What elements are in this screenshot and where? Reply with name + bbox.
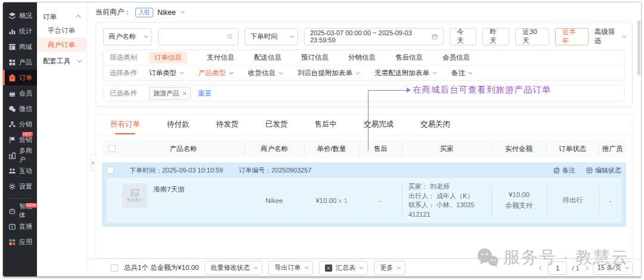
panel-collapse-handle[interactable] (90, 154, 96, 172)
order-status-tabs: 所有订单 待付款 待发货 已发货 售后中 交易完成 交易关闭 (96, 115, 632, 135)
sidebar-divider (8, 198, 32, 199)
sidebar-item-products[interactable]: 产品 (3, 54, 37, 70)
submenu-item-platform-orders[interactable]: 平台订单 (37, 23, 86, 38)
submenu-group-orders[interactable]: 订单 (37, 10, 86, 23)
quick-filter-yesterday[interactable]: 昨天 (482, 28, 509, 45)
cell-aftersale: - (359, 182, 402, 219)
tab-label: 已发货 (265, 119, 288, 130)
remark-action[interactable]: 备注 (553, 166, 575, 175)
next-page-icon[interactable] (583, 265, 588, 270)
tab-pending-payment[interactable]: 待付款 (167, 115, 190, 134)
order-time-select[interactable]: 下单时间 (244, 28, 298, 45)
wechat-icon (8, 105, 16, 113)
footer-select-all-checkbox[interactable] (111, 264, 118, 272)
price: ¥10.00 (315, 197, 336, 204)
sidebar-item-overview[interactable]: 概况 (3, 8, 37, 23)
submenu-item-label: 商户订单 (48, 41, 75, 50)
sidebar-item-member[interactable]: 会员 (3, 85, 37, 101)
sidebar-item-multi-merchant[interactable]: 多商户 (3, 147, 37, 163)
condition-nodelivery-form[interactable]: 无需配送附加表单 (374, 69, 435, 78)
date-range-picker[interactable]: 2025-03-07 00:00:00 ~ 2025-09-03 23:59:5… (304, 28, 444, 45)
sidebar-item-distribution[interactable]: 分销 (3, 116, 37, 132)
date-range-value: 2025-03-07 00:00:00 ~ 2025-09-03 23:59:5… (310, 29, 428, 44)
category-delivery-info[interactable]: 配送信息 (254, 53, 281, 62)
reset-link[interactable]: 重置 (198, 89, 212, 98)
tab-shipped[interactable]: 已发货 (265, 115, 288, 134)
chevron-down-icon (622, 33, 626, 38)
merchant-search-input[interactable] (158, 28, 239, 45)
sidebar-item-live[interactable]: 直播 (3, 219, 37, 234)
export-orders-button[interactable]: 导出订单 (268, 261, 313, 275)
sidebar-label: 统计 (19, 27, 32, 36)
sidebar-item-mall[interactable]: 商城 (3, 39, 37, 54)
condition-pickup-form[interactable]: 到店自提附加表单 (298, 69, 358, 78)
merchant-name-select[interactable]: 商户名称 (103, 28, 152, 45)
button-label: 批量修改状态 (210, 263, 250, 272)
multi-merchant-icon (8, 152, 16, 159)
sidebar-item-interaction[interactable]: 互动 (3, 163, 37, 179)
chevron-down-icon[interactable] (180, 10, 184, 14)
batch-status-button[interactable]: 批量修改状态 (205, 261, 262, 275)
page-size-select[interactable]: 15 条/页 (593, 261, 633, 275)
category-member-info[interactable]: 会员信息 (442, 53, 470, 62)
tab-completed[interactable]: 交易完成 (364, 115, 394, 134)
column-buyer: 买家 (402, 144, 491, 153)
category-payment-info[interactable]: 支付信息 (207, 53, 234, 62)
sidebar-item-settings[interactable]: 设置 (3, 179, 37, 194)
prev-page-icon[interactable] (539, 265, 544, 270)
tab-closed[interactable]: 交易关闭 (420, 115, 450, 134)
order-row-actions: 备注 编辑状态 (553, 166, 621, 175)
category-booking-info[interactable]: 预订信息 (301, 53, 329, 62)
column-order-status: 订单状态 (546, 144, 599, 153)
page-input[interactable]: 1 (548, 261, 567, 275)
button-label: 汇总表 (336, 263, 355, 272)
condition-product-type[interactable]: 产品类型 (199, 69, 232, 78)
settled-badge: 入驻 (135, 8, 153, 17)
app-window: 概况 统计 商城 产品 订单 会员 微信 分销 (2, 2, 642, 277)
condition-receiver-info[interactable]: 收货信息 (248, 69, 281, 78)
sidebar-item-wechat[interactable]: 微信 (3, 101, 37, 116)
sidebar-item-marketing[interactable]: 营销 HOT (3, 132, 37, 147)
order-row[interactable]: 下单时间：2025-09-03 10:10:59 订单编号：2025090325… (102, 162, 626, 227)
stats-icon (8, 27, 16, 35)
tab-label: 待付款 (167, 119, 190, 130)
sidebar-label: 微信 (19, 104, 32, 113)
scrollbar-thumb[interactable] (637, 20, 640, 75)
submenu-group-tools[interactable]: 配套工具 (37, 54, 86, 67)
edit-status-action[interactable]: 编辑状态 (586, 166, 621, 175)
more-button[interactable]: 更多 (374, 261, 405, 275)
search-row: 商户名称 下单时间 2025-03-07 00:00:00 ~ 2025-09-… (103, 27, 625, 45)
quick-filter-30days[interactable]: 近30天 (515, 28, 549, 45)
cell-promoter: - (599, 182, 621, 219)
category-order-info[interactable]: 订单信息 (149, 52, 187, 63)
quick-filter-today[interactable]: 今天 (450, 28, 476, 45)
button-label: 更多 (380, 263, 393, 272)
category-distribution-info[interactable]: 分销信息 (348, 53, 376, 62)
product-name[interactable]: 海南7天游 (153, 185, 184, 194)
submenu-item-merchant-orders[interactable]: 商户订单 (37, 38, 86, 52)
close-icon[interactable] (182, 91, 187, 96)
summary-table-button[interactable]: 汇总表 (319, 261, 368, 275)
tab-aftersale[interactable]: 售后中 (315, 115, 338, 134)
select-all-checkbox[interactable] (109, 145, 116, 152)
tab-all-orders[interactable]: 所有订单 (110, 115, 140, 134)
sidebar-item-apps[interactable]: 应用 (3, 234, 37, 250)
tab-pending-shipment[interactable]: 待发货 (216, 115, 239, 134)
sidebar-item-stats[interactable]: 统计 (3, 23, 37, 39)
sidebar-item-agent[interactable]: 智能体 NEW (3, 203, 37, 219)
mall-icon (8, 43, 16, 51)
sidebar-item-orders[interactable]: 订单 (3, 70, 37, 85)
chevron-down-icon (468, 70, 472, 74)
condition-order-type[interactable]: 订单类型 (149, 69, 182, 78)
advanced-filter-toggle[interactable]: 高级筛选 (595, 27, 625, 45)
selected-tag-travel-product[interactable]: 旅游产品 (149, 87, 191, 100)
condition-label: 无需配送附加表单 (374, 69, 429, 78)
category-aftersale-info[interactable]: 售后信息 (395, 53, 423, 62)
merchant-name: Nikee (157, 8, 176, 17)
orders-icon (8, 74, 16, 82)
quick-filter-halfyear[interactable]: 近半年 (555, 28, 589, 45)
settings-icon (8, 183, 16, 190)
row-checkbox[interactable] (107, 167, 114, 174)
condition-remark[interactable]: 备注 (451, 69, 471, 78)
condition-label: 收货信息 (248, 69, 275, 78)
